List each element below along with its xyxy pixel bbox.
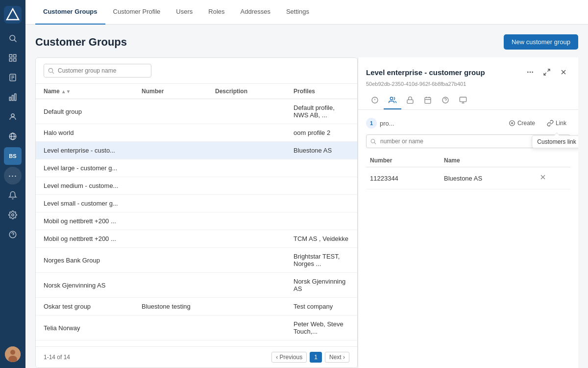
svg-line-50 bbox=[374, 142, 376, 144]
table-row[interactable]: Default group Default profile, NWS AB, .… bbox=[36, 99, 357, 124]
table-row[interactable]: Level small - customer g... bbox=[36, 195, 357, 212]
cell-name: Halo world bbox=[36, 124, 134, 142]
customer-groups-table: Name ▲▼ Number Description Profiles bbox=[36, 84, 357, 346]
tab-box[interactable] bbox=[454, 92, 472, 109]
cell-name: Mobil og nettbrett +200 ... bbox=[36, 230, 134, 248]
workspace-badge[interactable]: BS bbox=[4, 147, 22, 165]
cell-profiles: Test company bbox=[286, 298, 357, 315]
tab-info[interactable] bbox=[366, 92, 384, 109]
cell-number bbox=[134, 273, 207, 298]
cell-description bbox=[207, 341, 286, 347]
detail-expand-button[interactable] bbox=[540, 65, 554, 79]
cell-name: Norges Bank Group bbox=[36, 248, 134, 273]
settings-icon[interactable] bbox=[4, 206, 22, 224]
page-title: Customer Groups bbox=[35, 36, 127, 49]
svg-rect-6 bbox=[9, 59, 12, 61]
tab-customers[interactable] bbox=[384, 92, 401, 109]
table-row[interactable]: Level enterprise - custo... Bluestone AS bbox=[36, 142, 357, 159]
delete-customer-button[interactable] bbox=[538, 172, 548, 184]
cell-name: Oskar test group bbox=[36, 298, 134, 315]
table-row[interactable]: Norges Bank Group Brightstar TEST, Norge… bbox=[36, 248, 357, 273]
table-footer: 1-14 of 14 ‹ Previous 1 Next › bbox=[36, 346, 357, 368]
sort-icon: ▲▼ bbox=[61, 89, 71, 94]
tab-calendar[interactable] bbox=[419, 92, 437, 109]
cell-profiles: TCM AS , Veidekke bbox=[286, 230, 357, 248]
customers-action-row: Create Link Customers link bbox=[505, 118, 570, 129]
analytics-icon[interactable] bbox=[4, 88, 22, 106]
cell-number bbox=[134, 341, 207, 347]
table-row[interactable]: Level medium - custome... bbox=[36, 177, 357, 195]
next-page-button[interactable]: Next › bbox=[325, 352, 349, 363]
svg-rect-7 bbox=[14, 59, 16, 61]
svg-point-49 bbox=[371, 139, 375, 143]
cell-name: Norsk Gjenvinning AS bbox=[36, 273, 134, 298]
table-row[interactable]: Level large - customer g... bbox=[36, 159, 357, 177]
table-row[interactable]: Telia Thailand Areeya Seefah, Patryk O..… bbox=[36, 341, 357, 347]
cell-description bbox=[207, 230, 286, 248]
tab-help[interactable] bbox=[437, 92, 454, 109]
users-icon[interactable] bbox=[4, 108, 22, 126]
cell-name: Mobil og nettbrett +200 ... bbox=[36, 212, 134, 230]
cell-name: Level small - customer g... bbox=[36, 195, 134, 212]
detail-header-actions bbox=[523, 65, 570, 79]
cell-profiles: Norsk Gjenvinning AS bbox=[286, 273, 357, 298]
new-customer-group-button[interactable]: New customer group bbox=[504, 34, 578, 50]
table-row[interactable]: Norsk Gjenvinning AS Norsk Gjenvinning A… bbox=[36, 273, 357, 298]
search-icon[interactable] bbox=[4, 29, 22, 47]
top-navigation: Customer Groups Customer Profile Users R… bbox=[25, 0, 588, 25]
customer-cell-number: 11223344 bbox=[366, 167, 440, 189]
page-1-button[interactable]: 1 bbox=[310, 352, 322, 363]
tab-lock[interactable] bbox=[401, 92, 419, 109]
link-button[interactable]: Link bbox=[543, 118, 570, 129]
nav-users[interactable]: Users bbox=[168, 0, 200, 25]
cell-profiles: Brightstar TEST, Norges ... bbox=[286, 248, 357, 273]
svg-point-23 bbox=[10, 350, 15, 355]
svg-rect-13 bbox=[12, 95, 14, 101]
nav-settings[interactable]: Settings bbox=[278, 0, 317, 25]
create-button[interactable]: Create bbox=[505, 118, 539, 129]
dashboard-icon[interactable] bbox=[4, 49, 22, 67]
detail-close-button[interactable] bbox=[557, 65, 570, 79]
nav-customer-groups[interactable]: Customer Groups bbox=[35, 0, 105, 25]
customer-cell-name: Bluestone AS bbox=[440, 167, 534, 189]
nav-roles[interactable]: Roles bbox=[200, 0, 232, 25]
nav-addresses[interactable]: Addresses bbox=[233, 0, 278, 25]
pagination: ‹ Previous 1 Next › bbox=[271, 352, 349, 363]
main-content: Customer Groups Customer Profile Users R… bbox=[25, 0, 588, 368]
table-row[interactable]: Mobil og nettbrett +200 ... bbox=[36, 212, 357, 230]
more-button[interactable]: ··· bbox=[4, 167, 22, 184]
app-logo[interactable] bbox=[4, 6, 22, 24]
svg-rect-36 bbox=[407, 100, 413, 103]
svg-point-25 bbox=[49, 68, 52, 72]
search-input[interactable] bbox=[44, 64, 151, 78]
cell-number bbox=[134, 99, 207, 124]
detail-more-button[interactable] bbox=[523, 65, 537, 79]
cell-number bbox=[134, 124, 207, 142]
globe-icon[interactable] bbox=[4, 128, 22, 145]
nav-customer-profile[interactable]: Customer Profile bbox=[105, 0, 169, 25]
table-row[interactable]: Oskar test group Bluestone testing Test … bbox=[36, 298, 357, 315]
table-row[interactable]: Mobil og nettbrett +200 ... TCM AS , Vei… bbox=[36, 230, 357, 248]
table-row[interactable]: Telia Norway Peter Web, Steve Touch,... bbox=[36, 315, 357, 341]
cell-profiles: Areeya Seefah, Patryk O... bbox=[286, 341, 357, 347]
help-icon[interactable] bbox=[4, 226, 22, 243]
cell-number bbox=[134, 177, 207, 195]
col-header-profiles: Profiles bbox=[286, 84, 357, 99]
svg-point-28 bbox=[530, 72, 531, 73]
cell-name: Telia Norway bbox=[36, 315, 134, 341]
search-input-wrap bbox=[44, 64, 151, 78]
orders-icon[interactable] bbox=[4, 69, 22, 86]
row-count: 1-14 of 14 bbox=[44, 354, 70, 361]
detail-title: Level enterprise - customer group bbox=[366, 68, 485, 77]
svg-point-27 bbox=[527, 72, 529, 73]
table-row[interactable]: Halo world oom profile 2 bbox=[36, 124, 357, 142]
col-header-number: Number bbox=[134, 84, 207, 99]
col-header-description: Description bbox=[207, 84, 286, 99]
cell-name: Level medium - custome... bbox=[36, 177, 134, 195]
cell-number: Bluestone testing bbox=[134, 298, 207, 315]
cell-profiles: Bluestone AS bbox=[286, 142, 357, 159]
cell-profiles bbox=[286, 177, 357, 195]
avatar[interactable] bbox=[5, 346, 21, 362]
bell-icon[interactable] bbox=[4, 186, 22, 204]
prev-page-button[interactable]: ‹ Previous bbox=[271, 352, 307, 363]
